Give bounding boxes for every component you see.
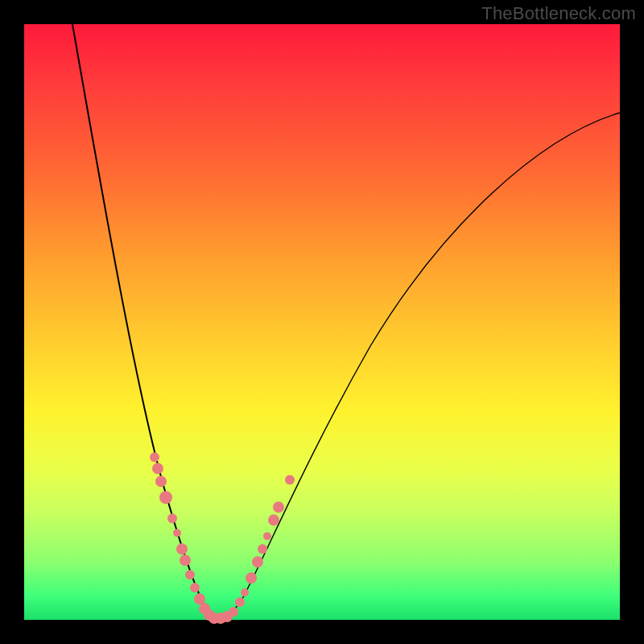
data-dot bbox=[246, 572, 257, 584]
data-dot bbox=[155, 476, 167, 487]
data-dot bbox=[173, 529, 181, 537]
data-dot bbox=[167, 514, 177, 523]
chart-frame: TheBottleneck.com bbox=[0, 0, 644, 644]
data-dot bbox=[150, 452, 159, 462]
data-dot bbox=[273, 502, 284, 513]
data-dot bbox=[185, 570, 195, 580]
data-dot bbox=[258, 544, 267, 554]
data-dot bbox=[252, 556, 263, 568]
data-dot bbox=[194, 593, 205, 605]
data-dot bbox=[180, 555, 191, 566]
data-dot bbox=[229, 607, 238, 617]
data-dots-group bbox=[150, 452, 295, 624]
curve-left-branch bbox=[72, 24, 217, 618]
chart-svg bbox=[24, 24, 620, 620]
chart-plot-area bbox=[24, 24, 620, 620]
data-dot bbox=[263, 532, 271, 540]
data-dot bbox=[190, 583, 200, 592]
data-dot bbox=[241, 588, 249, 597]
data-dot bbox=[159, 491, 172, 504]
data-dot bbox=[152, 463, 163, 474]
data-dot bbox=[285, 475, 295, 485]
data-dot bbox=[268, 514, 279, 526]
data-dot bbox=[176, 543, 188, 555]
watermark-text: TheBottleneck.com bbox=[481, 3, 636, 24]
curve-right-branch bbox=[217, 113, 620, 618]
data-dot bbox=[235, 597, 245, 607]
